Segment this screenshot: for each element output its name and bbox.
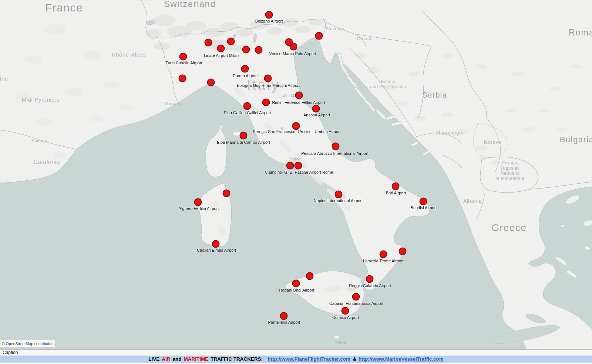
airport-marker[interactable] bbox=[342, 307, 349, 315]
airport-marker[interactable] bbox=[420, 198, 427, 205]
footer-text: LIVE bbox=[148, 356, 159, 362]
airport-label: Bari Airport bbox=[386, 191, 406, 195]
airport-marker[interactable] bbox=[366, 275, 374, 283]
airport-marker[interactable] bbox=[207, 79, 215, 86]
airport-marker[interactable] bbox=[280, 312, 288, 320]
airport-label: Perugia San Francesco d'Assisi – Umbria … bbox=[253, 129, 340, 134]
airport-label: Venice Marco Polo Airport bbox=[269, 51, 316, 56]
airport-label: Bologna Guglielmo Marconi Airport bbox=[237, 83, 300, 88]
airport-label: Lamezia Terme Airport bbox=[363, 259, 404, 263]
footer-text: and bbox=[173, 356, 182, 362]
airport-label: Bolzano Airport bbox=[255, 19, 283, 23]
airport-marker[interactable] bbox=[262, 99, 270, 106]
airport-label: Pisa Galileo Galilei Airport bbox=[224, 110, 271, 115]
airport-marker[interactable] bbox=[240, 132, 248, 140]
airport-label: Rimini Federico Fellini Airport bbox=[272, 100, 325, 105]
footer-line: LIVEAIRandMARITIMETRAFFIC TRACKERS:http:… bbox=[147, 356, 444, 362]
island-malta bbox=[334, 336, 340, 339]
airport-marker[interactable] bbox=[295, 92, 303, 99]
airport-label: Alghero Fertilia Airport bbox=[179, 206, 219, 211]
airport-label: Ancona Airport bbox=[303, 113, 330, 117]
island-gozo bbox=[331, 334, 333, 336]
footer-link[interactable]: http://www.MarineVesselTraffic.com bbox=[359, 356, 444, 362]
airport-label: Trapani Birgi Airport bbox=[279, 288, 314, 292]
airport-label: Naples International Airport bbox=[314, 198, 363, 203]
island-aeolian-1 bbox=[349, 262, 352, 264]
airport-marker[interactable] bbox=[255, 46, 263, 54]
airport-marker[interactable] bbox=[285, 38, 293, 46]
airport-marker[interactable] bbox=[212, 240, 220, 248]
airport-marker[interactable] bbox=[227, 38, 235, 45]
greek-island-3 bbox=[561, 225, 564, 228]
caption-label: Caption bbox=[3, 350, 18, 355]
airport-marker[interactable] bbox=[241, 65, 249, 73]
footer-text: MARITIME bbox=[184, 356, 209, 362]
airport-label: Turin Caselle Airport bbox=[165, 61, 202, 65]
footer-text: & bbox=[353, 356, 356, 362]
airport-label: Ciampino–G. B. Pastine Airport Rome bbox=[265, 170, 333, 174]
airport-marker[interactable] bbox=[315, 32, 323, 40]
airport-label: Brindisi Airport bbox=[411, 205, 437, 210]
footer-link[interactable]: http://www.PlaneFlightTracker.com bbox=[268, 356, 350, 362]
airport-label: Comiso Airport bbox=[332, 315, 359, 320]
airport-marker[interactable] bbox=[352, 293, 360, 301]
airport-marker[interactable] bbox=[335, 191, 343, 198]
footer-bar: LIVEAIRandMARITIMETRAFFIC TRACKERS:http:… bbox=[0, 356, 592, 363]
airport-marker[interactable] bbox=[312, 105, 320, 113]
airport-marker[interactable] bbox=[194, 198, 202, 206]
osm-attribution[interactable]: © OpenStreetMap contributors bbox=[0, 340, 56, 347]
caption-bar[interactable]: Caption bbox=[0, 349, 592, 356]
map-canvas[interactable]: © OpenStreetMap contributors FranceSwitz… bbox=[0, 0, 592, 349]
airport-marker[interactable] bbox=[332, 143, 340, 150]
airport-marker[interactable] bbox=[286, 162, 294, 170]
airport-label: Reggio Calabria Airport bbox=[349, 283, 391, 288]
airport-label: Pantelleria Airport bbox=[268, 320, 300, 324]
airport-label: Elba Marina di Campo Airport bbox=[217, 140, 270, 144]
airport-marker[interactable] bbox=[265, 11, 273, 19]
airport-marker[interactable] bbox=[292, 280, 300, 288]
airport-marker[interactable] bbox=[399, 248, 407, 255]
airport-marker[interactable] bbox=[223, 190, 231, 197]
airport-marker[interactable] bbox=[295, 162, 302, 170]
airport-marker[interactable] bbox=[264, 75, 272, 82]
airport-marker[interactable] bbox=[380, 251, 387, 258]
footer-text: TRAFFIC TRACKERS: bbox=[211, 356, 263, 362]
airport-marker[interactable] bbox=[217, 45, 225, 52]
airport-marker[interactable] bbox=[292, 122, 300, 130]
airport-label: Catania–Fontanarossa Airport bbox=[329, 301, 383, 306]
airport-label: Linate Airport Milan bbox=[204, 53, 239, 58]
airport-label: Parma Airport bbox=[233, 74, 258, 78]
airport-marker[interactable] bbox=[243, 102, 251, 110]
footer-text: AIR bbox=[162, 356, 170, 362]
airport-label: Pescara Abruzzo International Airport bbox=[301, 151, 369, 156]
page: © OpenStreetMap contributors FranceSwitz… bbox=[0, 0, 592, 364]
airport-marker[interactable] bbox=[179, 75, 186, 82]
airport-marker[interactable] bbox=[179, 53, 187, 61]
airport-label: Cagliari Elmas Airport bbox=[197, 248, 236, 252]
island-aeolian-2 bbox=[353, 261, 356, 262]
airport-marker[interactable] bbox=[306, 272, 314, 280]
airport-marker[interactable] bbox=[242, 46, 250, 54]
airport-marker[interactable] bbox=[205, 39, 212, 47]
airport-marker[interactable] bbox=[392, 183, 400, 190]
